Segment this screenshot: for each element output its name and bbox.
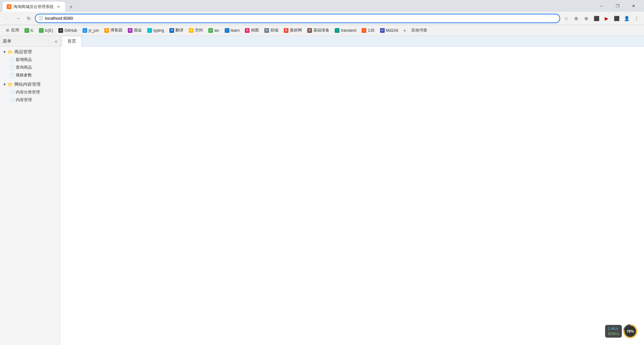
bookmark-yijun[interactable]: y yi_jun	[80, 27, 101, 34]
extension-1-button[interactable]: ⊕	[572, 14, 581, 23]
forward-button[interactable]: →	[13, 14, 23, 23]
apps-icon: ⊞	[5, 28, 10, 33]
cpu-circle: 78%	[623, 324, 637, 338]
query-goods-item[interactable]: 📄 查询商品	[0, 64, 60, 71]
extension-3-button[interactable]: ⬛	[592, 14, 601, 23]
download-speed: 303K/s	[608, 331, 619, 336]
title-bar: 淘 淘淘商城后台管理系统 ✕ + ─ ❐ ✕	[0, 0, 644, 12]
bookmark-qianduan-label: 前端	[270, 27, 278, 33]
add-goods-item[interactable]: 📄 新增商品	[0, 56, 60, 64]
add-goods-file-icon: 📄	[9, 58, 14, 62]
bookmark-more[interactable]: »	[401, 27, 408, 34]
bookmark-space[interactable]: ★ 空间	[186, 26, 205, 34]
bookmark-bokeyuan[interactable]: 博 博客园	[102, 26, 125, 34]
bookmark-github-label: GitHub	[64, 28, 77, 33]
address-bar[interactable]: ⓘ	[35, 14, 560, 23]
extension-4-button[interactable]: ▶	[602, 14, 611, 23]
upload-speed: 2.4K/s	[608, 326, 619, 331]
navigation-bar: ← → ↻ ⓘ ☆ ⊕ ⊕ ⬛ ▶ ⬛ 👤 ⋮	[0, 12, 644, 25]
space-icon: ★	[189, 28, 194, 33]
content-category-label: 内容分类管理	[16, 89, 40, 95]
learn-icon: l	[225, 28, 229, 33]
bookmark-apps-label: 应用	[11, 27, 19, 33]
sidebar-collapse-button[interactable]: «	[55, 39, 57, 44]
cpu-percent: 78%	[625, 326, 636, 337]
bookmark-wc-label: wc	[214, 28, 219, 33]
bookmark-lc-label: lc	[31, 28, 34, 33]
bookmark-typing[interactable]: t typing	[145, 27, 166, 34]
bookmark-qianduan[interactable]: 前 前端	[262, 26, 281, 34]
active-tab[interactable]: 淘 淘淘商城后台管理系统 ✕	[3, 2, 65, 12]
bookmark-suwang-label: 素材网	[290, 27, 302, 33]
typing-icon: t	[147, 28, 152, 33]
url-input[interactable]	[45, 16, 556, 21]
main-content: 首页	[60, 36, 644, 345]
back-button[interactable]: ←	[3, 14, 12, 23]
speed-indicator: 2.4K/s 303K/s 78%	[605, 324, 637, 338]
bookmark-space-label: 空间	[195, 27, 203, 33]
135-icon: 1	[362, 28, 366, 33]
restore-button[interactable]: ❐	[610, 1, 625, 11]
profile-button[interactable]: 👤	[622, 14, 631, 23]
bookmark-learn[interactable]: l learn	[222, 27, 242, 34]
content-area	[60, 47, 644, 345]
bookmark-md2all-label: Md2All	[386, 28, 398, 33]
goods-mgmt-group: ▼ 📁 商品管理 📄 新增商品 📄 查询商品 📄 规格参数	[0, 48, 60, 79]
bookmark-jichu-label: 基础准备	[313, 27, 329, 33]
window-controls: ─ ❐ ✕	[594, 1, 641, 11]
bookmark-huatu-label: 画图	[251, 27, 259, 33]
close-button[interactable]: ✕	[626, 1, 641, 11]
extension-2-button[interactable]: ⊕	[582, 14, 591, 23]
sidebar-title: 菜单	[3, 38, 11, 44]
bookmark-other[interactable]: 其他书签	[409, 26, 430, 34]
bookmark-star-button[interactable]: ☆	[561, 14, 571, 23]
tab-close-button[interactable]: ✕	[56, 4, 61, 9]
bookmark-jijin[interactable]: 掘 掘金	[125, 26, 144, 34]
bookmark-suwang[interactable]: 素 素材网	[281, 26, 304, 34]
browser-window: 淘 淘淘商城后台管理系统 ✕ + ─ ❐ ✕ ← → ↻ ⓘ ☆ ⊕ ⊕ ⬛ ▶…	[0, 0, 644, 345]
bookmark-github[interactable]: G GitHub	[56, 27, 79, 34]
spec-params-item[interactable]: 📄 规格参数	[0, 71, 60, 79]
wc-icon: w	[208, 28, 213, 33]
bookmark-135-label: 135	[368, 28, 374, 33]
github-icon: G	[58, 28, 63, 33]
bookmark-more-label: »	[404, 28, 406, 33]
bookmark-fanyi[interactable]: 译 翻译	[167, 26, 186, 34]
content-category-file-icon: 📄	[9, 90, 14, 95]
extension-5-button[interactable]: ⬛	[612, 14, 621, 23]
add-goods-label: 新增商品	[16, 57, 32, 63]
bookmarks-bar: ⊞ 应用 l lc l lc(E) G GitHub y yi_jun 博 博客…	[0, 25, 644, 36]
bookmark-transient-label: transient	[341, 28, 356, 33]
home-tab[interactable]: 首页	[62, 36, 82, 47]
goods-mgmt-label: 商品管理	[14, 49, 32, 55]
menu-button[interactable]: ⋮	[632, 14, 641, 23]
bookmark-typing-label: typing	[153, 28, 164, 33]
content-folder-icon: 📁	[8, 82, 13, 87]
bookmark-apps[interactable]: ⊞ 应用	[3, 26, 21, 34]
goods-mgmt-header[interactable]: ▼ 📁 商品管理	[0, 48, 60, 56]
bookmark-135[interactable]: 1 135	[359, 27, 377, 34]
refresh-button[interactable]: ↻	[24, 14, 34, 23]
bookmark-lc[interactable]: l lc	[22, 27, 36, 34]
md2all-icon: M	[380, 28, 385, 33]
content-manage-item[interactable]: 📄 内容管理	[0, 96, 60, 104]
bookmark-huatu[interactable]: 画 画图	[243, 26, 261, 34]
lc-icon: l	[24, 28, 29, 33]
bookmark-md2all[interactable]: M Md2All	[378, 27, 401, 34]
bookmark-wc[interactable]: w wc	[206, 27, 222, 34]
bookmark-jichu[interactable]: 基 基础准备	[305, 26, 332, 34]
content-mgmt-header[interactable]: ▼ 📁 网站内容管理	[0, 80, 60, 88]
new-tab-button[interactable]: +	[66, 2, 76, 12]
content-expand-icon: ▼	[3, 82, 6, 86]
query-goods-file-icon: 📄	[9, 65, 14, 70]
transient-icon: t	[335, 28, 339, 33]
bookmark-lcE[interactable]: l lc(E)	[37, 27, 56, 34]
tab-favicon: 淘	[7, 4, 11, 9]
lock-icon: ⓘ	[39, 15, 43, 21]
minimize-button[interactable]: ─	[594, 1, 609, 11]
bookmark-transient[interactable]: t transient	[332, 27, 359, 34]
content-category-item[interactable]: 📄 内容分类管理	[0, 88, 60, 96]
content-tabs-nav: 首页	[60, 36, 644, 47]
query-goods-label: 查询商品	[16, 65, 32, 70]
bookmark-lcE-label: lc(E)	[45, 28, 53, 33]
